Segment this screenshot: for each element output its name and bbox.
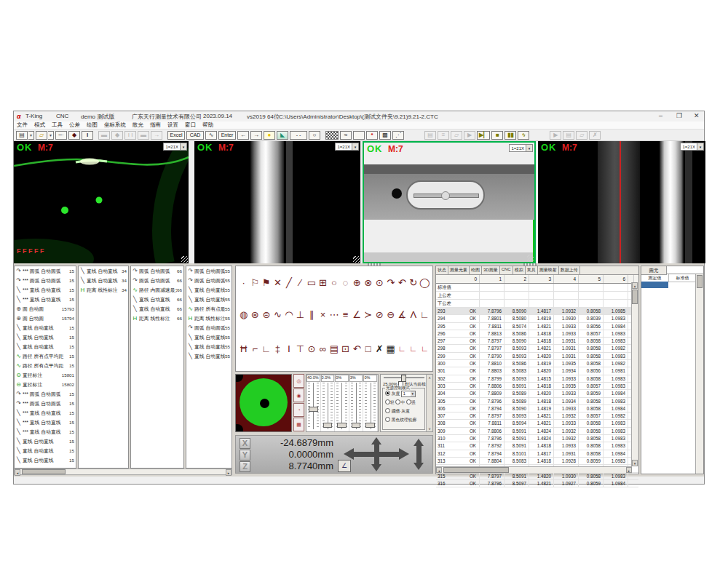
measure-list-item[interactable]: ╲直线 自动直线66: [131, 295, 183, 304]
distance-h-tool-icon[interactable]: Ħ: [238, 343, 250, 354]
line-probe-button[interactable]: ╌·: [55, 131, 67, 140]
gray-level-dropdown[interactable]: 1: [401, 391, 416, 397]
measure-list-item[interactable]: ↷*** 圆弧 自动圆弧15: [15, 266, 76, 276]
rectangle-tool-icon[interactable]: ▭: [306, 277, 317, 288]
circle-tool-icon[interactable]: ○: [328, 277, 340, 288]
measure-list-item[interactable]: ╲*** 直线 自动直线15: [15, 295, 76, 304]
measure-list-item[interactable]: ╲直线 自动直线55: [186, 285, 232, 295]
light-slider-5[interactable]: 0%: [363, 375, 378, 431]
right-angle-tool-icon[interactable]: ∟: [419, 309, 431, 320]
table-row[interactable]: 309OK7.88068.50911.48241.09320.80581.098…: [436, 428, 638, 435]
circle-crossed-tool-icon[interactable]: ⊗: [363, 277, 374, 288]
circle-filled-cross-tool-icon[interactable]: ⊛: [250, 309, 261, 320]
table-row[interactable]: 305OK7.87968.50891.48181.09340.80581.098…: [436, 398, 638, 405]
gray-mode-radio[interactable]: [385, 391, 390, 396]
run-button[interactable]: ϟ: [518, 131, 529, 140]
table-row[interactable]: 304OK7.88098.50891.48201.09330.80591.098…: [436, 390, 638, 397]
table-row[interactable]: 307OK7.87978.50931.48211.09320.80571.098…: [436, 412, 638, 420]
arc-tool-icon[interactable]: ↷: [385, 277, 397, 288]
table-row[interactable]: 295OK7.88118.50741.48211.09330.80561.098…: [436, 323, 638, 330]
ellipse-tool-icon[interactable]: ◯: [419, 277, 431, 288]
cone-tool-icon[interactable]: Λ: [408, 309, 419, 320]
lamp-button[interactable]: ●: [264, 131, 275, 140]
camera3-scale-dropdown[interactable]: ▾: [526, 145, 532, 151]
measure-list-item[interactable]: ∿路径 内圆减速最大66: [131, 285, 183, 295]
measure-list-item[interactable]: ╲直线 自动直线15: [15, 332, 76, 342]
measure-list-item[interactable]: ╲直线 自动直线15: [15, 323, 76, 332]
menu-item-10[interactable]: 窗口: [185, 121, 196, 129]
measure-list-item[interactable]: ⊖直径标注15801: [15, 370, 76, 380]
folder2-button-disabled[interactable]: ▱: [451, 131, 462, 140]
matrix-button[interactable]: ▩: [379, 131, 391, 140]
point-tool-icon[interactable]: ·: [238, 277, 250, 288]
menu-item-4[interactable]: 公差: [69, 121, 80, 129]
selection-box-tool-icon[interactable]: □: [363, 343, 374, 354]
arc-cw-tool-icon[interactable]: ↻: [408, 277, 419, 288]
options-scrollbar[interactable]: ∧∨: [426, 375, 432, 431]
table-row[interactable]: 311OK7.87928.50911.48181.09330.80581.098…: [436, 442, 638, 450]
measure-list-item[interactable]: ∿路径 所有点平均距15: [15, 361, 76, 370]
menu-item-1[interactable]: 文件: [17, 121, 28, 129]
measure-list-item[interactable]: ⊕圆 自动圆15794: [15, 314, 76, 323]
table-tab-3[interactable]: 绘图: [470, 266, 482, 274]
measure-list-item[interactable]: ╲直线 自动直线55: [186, 351, 232, 361]
dashes-button[interactable]: - -: [290, 131, 307, 140]
block2-button-disabled[interactable]: ▬: [138, 131, 149, 140]
measure-list-item[interactable]: ↷*** 圆弧 自动圆弧15: [15, 276, 76, 285]
table-row[interactable]: 306OK7.87948.50901.48191.09330.80581.098…: [436, 405, 638, 412]
table-horizontal-scrollbar[interactable]: ◂▸: [436, 466, 632, 474]
circle-hatched-tool-icon[interactable]: ⊕: [351, 277, 363, 288]
table-tab-8[interactable]: 测量映射: [538, 266, 559, 274]
table-row[interactable]: 310OK7.87968.50911.48241.09320.80581.098…: [436, 435, 638, 442]
open2-button-disabled[interactable]: ▱: [576, 131, 587, 140]
measure-list-item[interactable]: ╲直线 自动直线15: [15, 446, 76, 455]
open-folder-button[interactable]: ▱: [36, 131, 47, 140]
terrain-button[interactable]: ◣: [277, 131, 288, 140]
table-tab-5[interactable]: CNC: [500, 266, 513, 274]
blank-button[interactable]: [353, 131, 365, 140]
light-slider-3[interactable]: 0%: [335, 375, 349, 431]
rectangle-grid-tool-icon[interactable]: ⊞: [317, 277, 329, 288]
star-button[interactable]: *: [366, 131, 378, 140]
slider-handle[interactable]: [365, 423, 375, 428]
minimize-button[interactable]: –: [659, 112, 662, 119]
menu-item-11[interactable]: 帮助: [202, 121, 213, 129]
line-tool-icon[interactable]: ╱: [283, 277, 295, 288]
measure-list-item[interactable]: ↷圆弧 自动圆弧66: [131, 276, 183, 285]
spline-tool-icon[interactable]: ∿: [272, 309, 284, 320]
measure-list-item[interactable]: H距离 线性标注66: [131, 314, 183, 323]
light-slider-4[interactable]: 3%: [349, 375, 364, 431]
menu-item-5[interactable]: 绘图: [87, 121, 98, 129]
cad-button[interactable]: CAD: [186, 131, 204, 140]
corner-angle-tool-icon[interactable]: ∟: [261, 343, 272, 354]
ibeam-button-disabled[interactable]: I I: [124, 131, 136, 140]
measure-list-item[interactable]: ↷圆弧 自动圆弧55: [186, 266, 232, 276]
shield-button-disabled[interactable]: ◆: [111, 131, 123, 140]
table-row[interactable]: 294OK7.88018.50801.48191.09300.80391.098…: [436, 315, 638, 322]
slider-handle[interactable]: [352, 423, 361, 428]
arc-ccw-tool-icon[interactable]: ↶: [396, 277, 408, 288]
table-tab-1[interactable]: 状态: [436, 266, 448, 274]
camera2-scale-dropdown[interactable]: ▾: [352, 143, 358, 150]
menu-item-7[interactable]: 散光: [132, 121, 143, 129]
table-row[interactable]: 302OK7.87998.50931.48151.09330.80581.098…: [436, 375, 638, 383]
brightness-slider[interactable]: [384, 377, 424, 378]
camera1-scale-dropdown[interactable]: ▾: [180, 143, 186, 150]
circle-slash-tool-icon[interactable]: ⊘: [373, 309, 385, 320]
measure-list-item[interactable]: ╲*** 直线 自动直线15: [15, 418, 76, 427]
table-row[interactable]: 301OK7.88038.50831.48201.09340.80561.098…: [436, 367, 638, 375]
ring-seg-icon[interactable]: ◔: [293, 403, 304, 417]
measure-list-item[interactable]: ↷*** 圆弧 自动圆弧15: [15, 399, 76, 408]
table-row[interactable]: 316OK7.87968.50971.48211.09270.80591.098…: [436, 480, 638, 487]
save-button[interactable]: ▤: [16, 131, 28, 140]
ring-all-icon[interactable]: ◎: [293, 374, 304, 388]
measure-list-item[interactable]: ╲直线 自动直线15: [15, 455, 76, 465]
camera2-resize-grip[interactable]: [353, 256, 360, 263]
next-button[interactable]: →: [250, 131, 262, 140]
curve-button[interactable]: ∿: [205, 131, 217, 140]
pick-flag-filled-tool-icon[interactable]: ⚑: [261, 277, 272, 288]
measure-list-item[interactable]: ╲*** 直线 自动直线15: [15, 285, 76, 295]
light-slider-2[interactable]: 0.0%: [321, 375, 336, 431]
distance-v-tool-icon[interactable]: ‡: [272, 343, 284, 354]
contour-radio[interactable]: [385, 417, 390, 422]
